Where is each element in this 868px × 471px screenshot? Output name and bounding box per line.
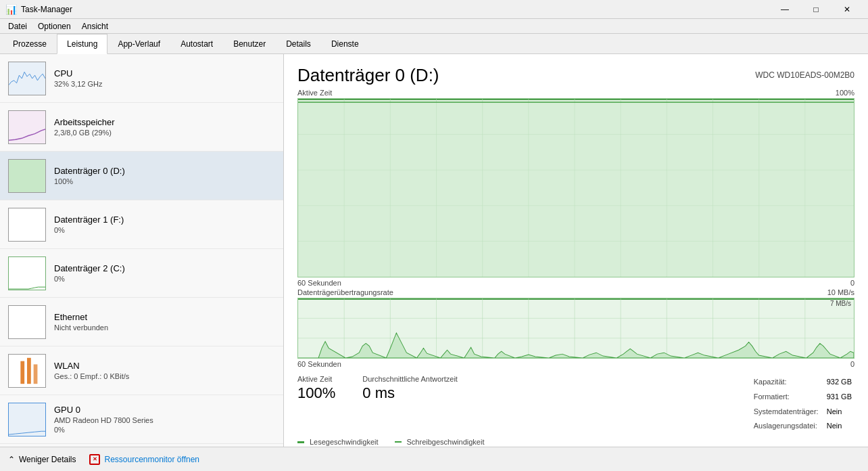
- disk1-thumbnail: [8, 208, 46, 242]
- cpu-info: CPU 32% 3,12 GHz: [54, 68, 275, 88]
- chart1-time-right: 0: [850, 279, 854, 287]
- chart1-label-row: Aktive Zeit 100%: [297, 89, 854, 97]
- transfer-chart-section: Datenträgerübertragungsrate 10 MB/s 7 MB…: [297, 288, 854, 368]
- page-file-value: Nein: [821, 419, 854, 434]
- app-title: Task-Manager: [21, 5, 72, 14]
- panel-header: Datenträger 0 (D:) WDC WD10EADS-00M2B0: [297, 65, 854, 86]
- read-speed-label: Lesegeschwindigkeit: [297, 438, 379, 446]
- gpu-thumbnail: [8, 403, 46, 436]
- maximize-button[interactable]: □: [800, 0, 831, 19]
- disk0-name: Datenträger 0 (D:): [54, 166, 275, 176]
- minimize-button[interactable]: —: [769, 0, 800, 19]
- formatted-value: 931 GB: [821, 390, 854, 405]
- gpu-stat-line2: 0%: [54, 426, 275, 434]
- svg-rect-2: [34, 364, 38, 384]
- wlan-info: WLAN Ges.: 0 Empf.: 0 KBit/s: [54, 361, 275, 380]
- svg-rect-1: [27, 357, 31, 383]
- title-bar-controls: — □ ✕: [769, 0, 863, 19]
- wlan-stat: Ges.: 0 Empf.: 0 KBit/s: [54, 372, 275, 380]
- avg-response-label: Durchschnittliche Antwortzeit: [362, 375, 458, 383]
- wlan-thumbnail: [8, 354, 46, 388]
- chart2-label-left: Datenträgerübertragungsrate: [297, 288, 393, 296]
- resource-monitor-button[interactable]: ✕ Ressourcenmonitor öffnen: [89, 454, 199, 465]
- ram-name: Arbeitsspeicher: [54, 117, 275, 127]
- disk2-stat: 0%: [54, 275, 275, 283]
- write-speed-item: Schreibgeschwindigkeit 0 KB/s: [395, 438, 485, 447]
- sidebar-item-wlan[interactable]: WLAN Ges.: 0 Empf.: 0 KBit/s: [0, 346, 283, 395]
- menu-optionen[interactable]: Optionen: [32, 20, 76, 32]
- sidebar-item-disk2[interactable]: Datenträger 2 (C:) 0%: [0, 249, 283, 298]
- tab-autostart[interactable]: Autostart: [170, 34, 223, 53]
- menu-datei[interactable]: Datei: [3, 20, 32, 32]
- right-panel: Datenträger 0 (D:) WDC WD10EADS-00M2B0 A…: [284, 54, 868, 447]
- chart2-label-row: Datenträgerübertragungsrate 10 MB/s: [297, 288, 854, 296]
- gpu-info: GPU 0 AMD Radeon HD 7800 Series 0%: [54, 405, 275, 434]
- read-speed-dot: [297, 441, 304, 443]
- ethernet-info: Ethernet Nicht verbunden: [54, 312, 275, 332]
- svg-marker-32: [298, 333, 854, 358]
- tab-dienste[interactable]: Dienste: [321, 34, 369, 53]
- chart2-time-row: 60 Sekunden 0: [297, 360, 854, 368]
- svg-rect-0: [20, 361, 24, 384]
- system-data-label: Systemdatenträger:: [751, 405, 821, 420]
- wlan-name: WLAN: [54, 361, 275, 371]
- tab-leistung[interactable]: Leistung: [57, 34, 107, 54]
- ethernet-thumbnail: [8, 305, 46, 339]
- cpu-thumbnail: [8, 62, 46, 95]
- gpu-name: GPU 0: [54, 405, 275, 415]
- chart1-label-right: 100%: [836, 89, 854, 97]
- read-speed-item: Lesegeschwindigkeit 0 KB/s: [297, 438, 379, 447]
- title-bar-left: 📊 Task-Manager: [5, 4, 72, 15]
- chart1-time-row: 60 Sekunden 0: [297, 279, 854, 287]
- sidebar-item-ethernet[interactable]: Ethernet Nicht verbunden: [0, 298, 283, 346]
- speed-row: Lesegeschwindigkeit 0 KB/s Schreibgeschw…: [297, 438, 854, 447]
- main-content: CPU 32% 3,12 GHz Arbeitsspeicher 2,3/8,0…: [0, 54, 868, 447]
- disk1-stat: 0%: [54, 226, 275, 234]
- tab-app-verlauf[interactable]: App-Verlauf: [107, 34, 170, 53]
- resource-monitor-label: Ressourcenmonitor öffnen: [104, 455, 199, 464]
- sidebar-item-disk1[interactable]: Datenträger 1 (F:) 0%: [0, 200, 283, 249]
- disk1-info: Datenträger 1 (F:) 0%: [54, 215, 275, 234]
- chart1-label-left: Aktive Zeit: [297, 89, 332, 97]
- panel-subtitle: WDC WD10EADS-00M2B0: [755, 70, 854, 80]
- ethernet-name: Ethernet: [54, 312, 275, 322]
- tab-details[interactable]: Details: [276, 34, 321, 53]
- transfer-chart: 7 MB/s: [297, 298, 854, 359]
- sidebar-item-disk0[interactable]: Datenträger 0 (D:) 100%: [0, 152, 283, 200]
- capacity-value: 932 GB: [821, 375, 854, 390]
- ethernet-stat: Nicht verbunden: [54, 323, 275, 332]
- less-details-button[interactable]: ⌃ Weniger Details: [8, 455, 76, 464]
- active-time-chart: [297, 98, 854, 277]
- system-data-value: Nein: [821, 405, 854, 420]
- svg-marker-18: [298, 102, 854, 277]
- stats-row: Aktive Zeit 100% Durchschnittliche Antwo…: [297, 375, 854, 434]
- sidebar-item-ram[interactable]: Arbeitsspeicher 2,3/8,0 GB (29%): [0, 103, 283, 152]
- chart1-time-left: 60 Sekunden: [297, 279, 341, 287]
- capacity-label: Kapazität:: [751, 375, 821, 390]
- close-button[interactable]: ✕: [831, 0, 863, 19]
- write-speed-dot: [395, 441, 402, 443]
- gpu-stat-line1: AMD Radeon HD 7800 Series: [54, 416, 275, 424]
- sidebar-item-cpu[interactable]: CPU 32% 3,12 GHz: [0, 54, 283, 103]
- disk0-thumbnail: [8, 159, 46, 193]
- disk0-stat: 100%: [54, 177, 275, 185]
- disk2-thumbnail: [8, 256, 46, 290]
- sidebar-item-gpu[interactable]: GPU 0 AMD Radeon HD 7800 Series 0%: [0, 395, 283, 444]
- menu-bar: Datei Optionen Ansicht: [0, 19, 868, 34]
- right-info-table: Kapazität: 932 GB Formatiert: 931 GB Sys…: [751, 375, 854, 434]
- stat-active-time: Aktive Zeit 100%: [297, 375, 335, 434]
- ram-thumbnail: [8, 110, 46, 144]
- app-icon: 📊: [5, 4, 17, 15]
- disk0-info: Datenträger 0 (D:) 100%: [54, 166, 275, 185]
- menu-ansicht[interactable]: Ansicht: [76, 20, 114, 32]
- disk2-name: Datenträger 2 (C:): [54, 263, 275, 273]
- less-details-label: Weniger Details: [19, 455, 76, 464]
- tab-prozesse[interactable]: Prozesse: [3, 34, 57, 53]
- ram-info: Arbeitsspeicher 2,3/8,0 GB (29%): [54, 117, 275, 137]
- tab-bar: Prozesse Leistung App-Verlauf Autostart …: [0, 34, 868, 54]
- tab-benutzer[interactable]: Benutzer: [223, 34, 276, 53]
- cpu-name: CPU: [54, 68, 275, 78]
- ram-stat: 2,3/8,0 GB (29%): [54, 129, 275, 137]
- active-time-chart-section: Aktive Zeit 100%: [297, 89, 854, 287]
- active-time-value: 100%: [297, 384, 335, 402]
